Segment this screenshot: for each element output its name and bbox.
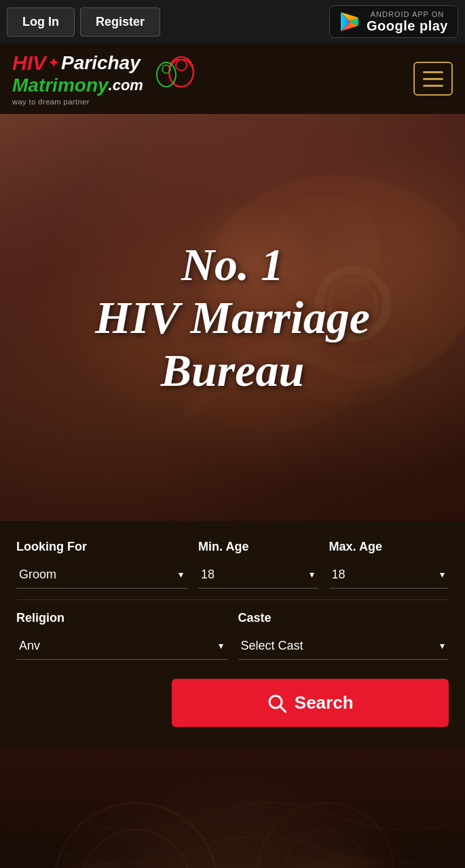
looking-for-select[interactable]: Groom Bride — [16, 561, 187, 588]
hamburger-menu-button[interactable] — [413, 62, 453, 96]
logo-hiv: HIV — [12, 52, 46, 75]
hamburger-line-2 — [423, 78, 443, 80]
hero-title: No. 1 HIV Marriage Bureau — [95, 238, 370, 397]
header: HIV ✦ Parichay Matrimony .com way to dre… — [0, 43, 465, 114]
search-button[interactable]: Search — [172, 679, 449, 727]
search-icon — [267, 694, 286, 713]
logo-ribbon-icon: ✦ — [48, 54, 60, 72]
google-play-text-block: ANDROID APP ON Google play — [367, 10, 448, 33]
svg-point-18 — [285, 830, 367, 868]
search-button-row: Search — [16, 665, 449, 727]
min-age-col: Min. Age 18 19 20 21 25 30 ▾ — [198, 540, 318, 589]
bottom-section — [0, 749, 465, 868]
top-bar: Log In Register — [0, 0, 465, 43]
google-play-icon — [339, 11, 361, 33]
hero-line3: Bureau — [161, 344, 305, 396]
search-panel: Looking For Groom Bride ▾ Min. Age 18 19… — [0, 521, 465, 749]
hamburger-line-3 — [423, 85, 443, 87]
max-age-select[interactable]: 18 25 30 35 40 — [329, 561, 449, 588]
religion-col: Religion Anv Hindu Muslim Christian Sikh… — [16, 611, 227, 660]
svg-point-4 — [169, 57, 193, 87]
looking-for-label: Looking For — [16, 540, 187, 554]
search-divider-1 — [16, 599, 449, 600]
logo-area: HIV ✦ Parichay Matrimony .com way to dre… — [12, 52, 202, 106]
svg-line-14 — [280, 707, 286, 712]
google-play-label: Google play — [367, 18, 448, 33]
hamburger-line-1 — [423, 71, 443, 73]
svg-point-17 — [258, 803, 394, 868]
caste-select[interactable]: Select Cast Brahmin Kshatriya Vaishya Sh… — [238, 632, 449, 659]
looking-for-wrapper: Groom Bride ▾ — [16, 561, 187, 589]
search-row-2: Religion Anv Hindu Muslim Christian Sikh… — [16, 611, 449, 660]
logo-tagline: way to dream partner — [12, 98, 143, 106]
logo-row1: HIV ✦ Parichay — [12, 52, 143, 75]
religion-select[interactable]: Anv Hindu Muslim Christian Sikh — [16, 632, 227, 659]
google-play-button[interactable]: ANDROID APP ON Google play — [329, 5, 458, 38]
hero-section: No. 1 HIV Marriage Bureau — [0, 114, 465, 521]
max-age-label: Max. Age — [329, 540, 449, 554]
religion-wrapper: Anv Hindu Muslim Christian Sikh ▾ — [16, 632, 227, 660]
looking-for-col: Looking For Groom Bride ▾ — [16, 540, 187, 589]
max-age-col: Max. Age 18 25 30 35 40 ▾ — [329, 540, 449, 589]
register-button[interactable]: Register — [80, 7, 160, 37]
login-button[interactable]: Log In — [7, 7, 75, 37]
logo-text-block: HIV ✦ Parichay Matrimony .com way to dre… — [12, 52, 143, 106]
religion-label: Religion — [16, 611, 227, 625]
hero-headline: No. 1 HIV Marriage Bureau — [95, 238, 370, 397]
hero-line2: HIV Marriage — [95, 292, 370, 343]
max-age-wrapper: 18 25 30 35 40 ▾ — [329, 561, 449, 589]
logo-parichay: Parichay — [61, 52, 141, 74]
search-button-label: Search — [295, 692, 354, 713]
caste-label: Caste — [238, 611, 449, 625]
min-age-select[interactable]: 18 19 20 21 25 30 — [198, 561, 318, 588]
search-svg-icon — [267, 694, 286, 713]
bottom-art-icon — [0, 749, 465, 868]
logo-dotcom: .com — [109, 77, 143, 94]
min-age-wrapper: 18 19 20 21 25 30 ▾ — [198, 561, 318, 589]
logo-matrimony: Matrimony — [12, 75, 109, 96]
caste-col: Caste Select Cast Brahmin Kshatriya Vais… — [238, 611, 449, 660]
android-app-label: ANDROID APP ON — [367, 10, 448, 18]
logo-row2: Matrimony .com — [12, 75, 143, 96]
logo-face-icon — [147, 52, 202, 106]
caste-wrapper: Select Cast Brahmin Kshatriya Vaishya Sh… — [238, 632, 449, 660]
svg-point-5 — [176, 60, 187, 71]
hero-line1: No. 1 — [181, 239, 284, 290]
search-row-1: Looking For Groom Bride ▾ Min. Age 18 19… — [16, 540, 449, 589]
svg-point-6 — [157, 62, 176, 87]
min-age-label: Min. Age — [198, 540, 318, 554]
